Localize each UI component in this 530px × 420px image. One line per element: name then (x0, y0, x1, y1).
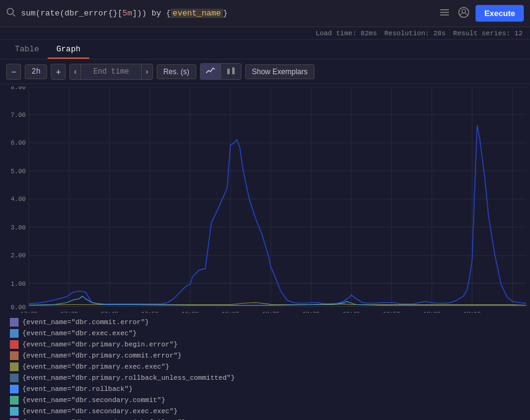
legend-item[interactable]: {event_name="dbr.primary.commit.error"} (10, 350, 520, 361)
legend-item[interactable]: {event_name="dbr.primary.begin.error"} (10, 339, 520, 350)
legend-item[interactable]: {event_name="dbr.secondary.exec.exec"} (10, 406, 520, 417)
chart-area: 8.00 7.00 6.00 5.00 4.00 3.00 2.00 1.00 … (0, 84, 530, 313)
legend-color-swatch (10, 340, 19, 349)
resolution-button[interactable]: Res. (s) (157, 64, 196, 79)
legend-color-swatch (10, 329, 19, 338)
svg-rect-7 (227, 69, 230, 74)
legend-item[interactable]: {event_name="dbr.exec.exec"} (10, 328, 520, 339)
end-time-label: End time (80, 64, 142, 79)
legend-label: {event_name="dbr.commit.error"} (22, 319, 149, 326)
resolution: Resolution: 28s (384, 30, 446, 37)
svg-text:17:40: 17:40 (101, 311, 118, 313)
svg-text:3.00: 3.00 (11, 224, 25, 231)
svg-text:19:00: 19:00 (424, 311, 440, 313)
legend-label: {event_name="dbr.primary.begin.error"} (22, 341, 178, 348)
svg-text:18:10: 18:10 (222, 311, 238, 313)
duration-label: 2h (25, 64, 47, 79)
user-icon[interactable] (456, 6, 472, 22)
legend-item[interactable]: {event_name="dbr.primary.rollback_unless… (10, 372, 520, 384)
legend-label: {event_name="dbr.primary.exec.exec"} (22, 363, 170, 371)
legend-color-swatch (10, 362, 19, 371)
query-display[interactable]: sum(rate(dbr_error{}[5m])) by {event_nam… (21, 9, 432, 18)
line-chart-button[interactable] (201, 64, 221, 79)
legend-label: {event_name="dbr.exec.exec"} (22, 330, 137, 337)
svg-text:18:50: 18:50 (383, 311, 400, 313)
legend-label: {event_name="dbr.primary.commit.error"} (22, 352, 181, 359)
time-next-button[interactable]: › (142, 64, 152, 79)
svg-text:6.00: 6.00 (11, 139, 25, 147)
legend-label: {event_name="dbr.secondary.commit"} (22, 396, 165, 404)
svg-text:17:20: 17:20 (20, 311, 37, 313)
svg-text:0.00: 0.00 (11, 304, 25, 311)
legend-color-swatch (10, 351, 19, 360)
svg-text:17:50: 17:50 (141, 311, 158, 313)
duration-plus-button[interactable]: + (51, 64, 66, 80)
legend-item[interactable]: {event_name="dbr.primary.exec.exec"} (10, 361, 520, 372)
search-icon (6, 7, 16, 20)
svg-text:7.00: 7.00 (11, 111, 25, 119)
toolbar-icons: Execute (437, 5, 524, 22)
time-prev-button[interactable]: ‹ (70, 64, 80, 79)
svg-text:18:20: 18:20 (262, 311, 279, 313)
legend-label: {event_name="dbr.secondary.exec.exec"} (22, 408, 178, 415)
tabs: Table Graph (0, 40, 530, 59)
svg-text:19:10: 19:10 (464, 311, 480, 313)
svg-text:2.00: 2.00 (11, 252, 25, 259)
duration-minus-button[interactable]: − (6, 64, 21, 80)
legend-color-swatch (10, 385, 19, 393)
show-exemplars-button[interactable]: Show Exemplars (245, 64, 315, 79)
result-series: Result series: 12 (453, 30, 523, 37)
legend-label: {event_name="dbr.primary.rollback_unless… (22, 374, 235, 382)
bar-chart-button[interactable] (221, 64, 241, 79)
svg-point-0 (7, 8, 14, 14)
tab-table[interactable]: Table (6, 42, 48, 59)
chart-type-buttons (200, 63, 241, 80)
legend-color-swatch (10, 407, 19, 416)
svg-rect-2 (440, 9, 449, 11)
svg-rect-9 (4, 87, 526, 313)
settings-icon[interactable] (437, 6, 452, 21)
execute-button[interactable]: Execute (476, 5, 524, 22)
svg-text:8.00: 8.00 (11, 87, 25, 91)
legend-color-swatch (10, 318, 19, 327)
legend-label: {event_name="dbr.rollback"} (22, 385, 132, 393)
controls-bar: − 2h + ‹ End time › Res. (s) Show Exempl… (0, 59, 530, 84)
legend-item[interactable]: {event_name="dbr.secondary.commit"} (10, 395, 520, 406)
svg-point-6 (462, 9, 466, 13)
time-nav: ‹ End time › (69, 64, 152, 80)
tab-graph[interactable]: Graph (48, 42, 89, 59)
chart-svg: 8.00 7.00 6.00 5.00 4.00 3.00 2.00 1.00 … (4, 87, 526, 313)
load-time: Load time: 82ms (316, 30, 377, 37)
svg-text:5.00: 5.00 (11, 168, 25, 175)
svg-text:4.00: 4.00 (11, 195, 25, 203)
svg-text:18:00: 18:00 (181, 311, 198, 313)
svg-text:1.00: 1.00 (11, 280, 25, 288)
svg-rect-8 (232, 67, 235, 74)
legend: {event_name="dbr.commit.error"}{event_na… (0, 313, 530, 420)
svg-text:17:30: 17:30 (61, 311, 77, 313)
svg-text:18:40: 18:40 (343, 311, 360, 313)
svg-text:18:30: 18:30 (303, 311, 319, 313)
svg-rect-4 (440, 14, 449, 15)
legend-color-swatch (10, 374, 19, 382)
legend-item[interactable]: {event_name="dbr.commit.error"} (10, 317, 520, 328)
legend-item[interactable]: {event_name="dbr.secondary.job.failure"} (10, 417, 520, 420)
status-bar: Load time: 82ms Resolution: 28s Result s… (0, 27, 530, 40)
svg-rect-3 (440, 12, 449, 13)
query-bar: sum(rate(dbr_error{}[5m])) by {event_nam… (0, 0, 530, 27)
legend-color-swatch (10, 396, 19, 405)
svg-line-1 (13, 14, 15, 16)
legend-item[interactable]: {event_name="dbr.rollback"} (10, 384, 520, 395)
